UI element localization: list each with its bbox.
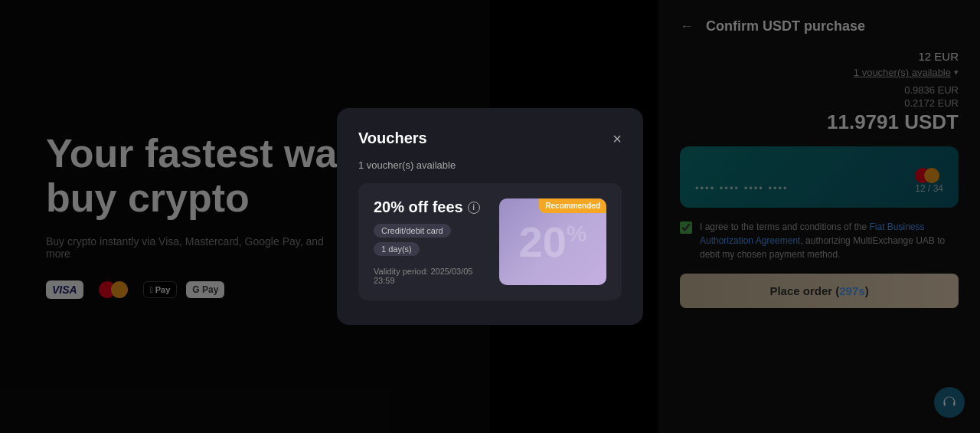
voucher-discount: 20% off fees i — [374, 198, 487, 216]
tag-duration: 1 day(s) — [374, 242, 420, 256]
voucher-info: 20% off fees i Credit/debit card 1 day(s… — [374, 198, 487, 285]
validity-text: Validity period: 2025/03/05 23:59 — [374, 267, 487, 285]
vouchers-modal: Vouchers × 1 voucher(s) available 20% of… — [337, 108, 643, 325]
recommended-badge: Recommended — [539, 198, 606, 213]
modal-overlay[interactable]: Vouchers × 1 voucher(s) available 20% of… — [0, 0, 980, 433]
modal-header: Vouchers × — [358, 130, 622, 147]
voucher-tags: Credit/debit card 1 day(s) — [374, 224, 487, 256]
voucher-image: Recommended 20% — [499, 198, 606, 285]
voucher-percentage: 20% — [519, 221, 587, 264]
modal-close-button[interactable]: × — [612, 131, 622, 146]
modal-title: Vouchers — [358, 130, 427, 147]
voucher-card[interactable]: 20% off fees i Credit/debit card 1 day(s… — [358, 183, 622, 300]
modal-subtitle: 1 voucher(s) available — [358, 159, 622, 171]
tag-payment-type: Credit/debit card — [374, 224, 451, 238]
info-icon[interactable]: i — [468, 202, 480, 214]
